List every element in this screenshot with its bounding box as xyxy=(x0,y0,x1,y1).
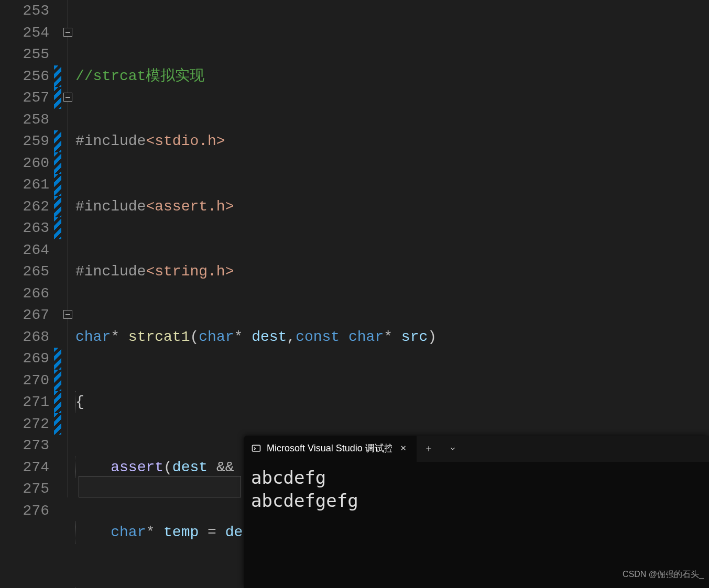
change-mark xyxy=(54,130,61,152)
code-line[interactable]: #include<assert.h> xyxy=(75,196,709,218)
line-number: 274 xyxy=(0,457,49,479)
line-number: 267 xyxy=(0,304,49,326)
change-mark xyxy=(54,196,61,218)
fold-toggle-icon[interactable] xyxy=(63,310,72,319)
change-mark xyxy=(54,65,61,87)
terminal-icon xyxy=(251,443,261,454)
terminal-tab-title: Microsoft Visual Studio 调试控 xyxy=(267,438,392,460)
line-number: 273 xyxy=(0,435,49,457)
line-number: 263 xyxy=(0,217,49,239)
new-tab-button[interactable] xyxy=(417,436,441,462)
terminal-tab[interactable]: Microsoft Visual Studio 调试控 ✕ xyxy=(244,436,417,462)
line-number: 262 xyxy=(0,196,49,218)
line-number: 256 xyxy=(0,65,49,87)
fold-toggle-icon[interactable] xyxy=(63,93,72,102)
line-number-gutter: 253 254 255 256 257 258 259 260 261 262 … xyxy=(0,0,52,588)
terminal-output[interactable]: abcdefg abcdefgefg xyxy=(244,462,709,516)
line-number: 266 xyxy=(0,283,49,305)
line-number: 276 xyxy=(0,500,49,522)
line-number: 255 xyxy=(0,43,49,65)
change-mark xyxy=(54,152,61,174)
change-mark xyxy=(54,370,61,392)
line-number: 258 xyxy=(0,109,49,131)
line-number: 253 xyxy=(0,0,49,22)
line-number: 257 xyxy=(0,87,49,109)
change-indicator-column xyxy=(52,0,63,588)
watermark: CSDN @倔强的石头_ xyxy=(623,563,704,585)
terminal-line: abcdefg xyxy=(251,466,702,489)
tab-dropdown-button[interactable] xyxy=(441,436,465,462)
code-line[interactable]: #include<stdio.h> xyxy=(75,130,709,152)
line-number: 275 xyxy=(0,478,49,500)
line-number: 265 xyxy=(0,261,49,283)
change-mark xyxy=(54,87,61,109)
terminal-line: abcdefgefg xyxy=(251,489,702,512)
close-icon[interactable]: ✕ xyxy=(397,435,409,463)
terminal-tabbar: Microsoft Visual Studio 调试控 ✕ xyxy=(244,436,709,462)
change-mark xyxy=(54,413,61,435)
line-number: 254 xyxy=(0,22,49,44)
svg-rect-0 xyxy=(253,445,260,451)
line-number: 261 xyxy=(0,174,49,196)
change-mark xyxy=(54,174,61,196)
line-number: 264 xyxy=(0,239,49,261)
code-line[interactable]: { xyxy=(75,391,709,413)
code-line[interactable]: char* strcat1(char* dest,const char* src… xyxy=(75,326,709,348)
line-number: 272 xyxy=(0,413,49,435)
line-number: 260 xyxy=(0,152,49,174)
line-number: 259 xyxy=(0,130,49,152)
line-number: 271 xyxy=(0,391,49,413)
code-line[interactable]: //strcat模拟实现 xyxy=(75,65,709,87)
line-number: 268 xyxy=(0,326,49,348)
fold-toggle-icon[interactable] xyxy=(63,28,72,37)
line-number: 269 xyxy=(0,348,49,370)
change-mark xyxy=(54,348,61,370)
line-number: 270 xyxy=(0,370,49,392)
change-mark xyxy=(54,217,61,239)
change-mark xyxy=(54,391,61,413)
code-line[interactable]: #include<string.h> xyxy=(75,261,709,283)
fold-column xyxy=(63,0,75,588)
